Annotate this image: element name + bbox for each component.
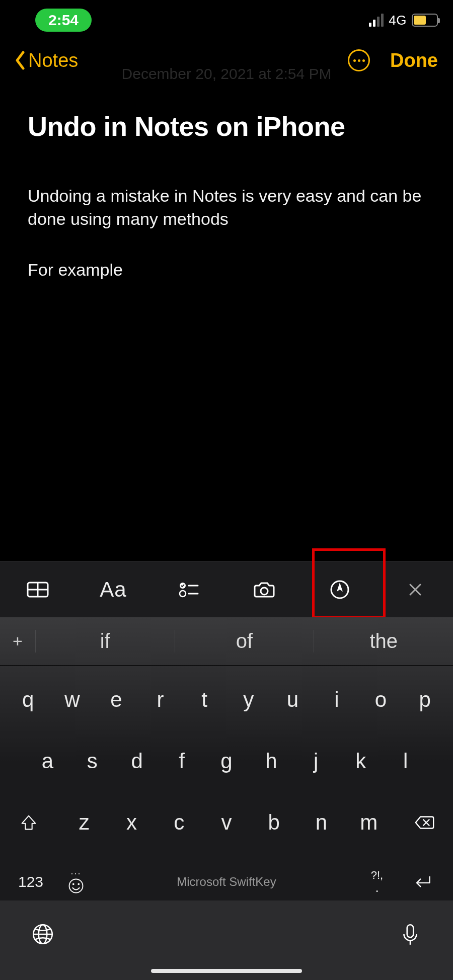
suggestion-bar: + if of the — [0, 617, 453, 666]
status-bar: 2:54 4G — [0, 0, 453, 40]
numbers-key[interactable]: 123 — [8, 873, 53, 890]
punct-symbols: ?!, — [371, 870, 383, 881]
key-q[interactable]: q — [6, 675, 50, 725]
key-r[interactable]: r — [138, 675, 183, 725]
text-style-label: Aa — [100, 578, 126, 602]
ellipsis-icon: ··· — [70, 869, 81, 876]
key-h[interactable]: h — [249, 736, 293, 786]
note-datetime: December 20, 2021 at 2:54 PM — [122, 65, 332, 83]
key-x[interactable]: x — [108, 797, 155, 848]
more-options-button[interactable] — [348, 49, 370, 71]
shift-key[interactable] — [6, 812, 51, 833]
key-row-2: a s d f g h j k l — [3, 736, 450, 786]
note-editor[interactable]: Undo in Notes on iPhone Undoing a mistak… — [0, 80, 453, 282]
text-style-button[interactable]: Aa — [76, 561, 151, 617]
camera-icon — [252, 578, 276, 602]
done-button[interactable]: Done — [390, 50, 438, 71]
key-b[interactable]: b — [250, 797, 297, 848]
key-row-bottom: 123 ··· Microsoft SwiftKey ?!, . — [3, 859, 450, 900]
dictation-key[interactable] — [398, 922, 423, 949]
close-icon — [403, 578, 427, 602]
key-u[interactable]: u — [271, 675, 315, 725]
svg-point-14 — [72, 883, 74, 885]
key-c[interactable]: c — [156, 797, 203, 848]
key-j[interactable]: j — [293, 736, 338, 786]
checklist-button[interactable] — [151, 561, 226, 617]
shift-icon — [19, 812, 39, 833]
note-toolbar: Aa — [0, 561, 453, 617]
cellular-signal-icon — [369, 14, 384, 27]
table-button[interactable] — [0, 561, 76, 617]
time-pill[interactable]: 2:54 — [35, 9, 92, 32]
close-toolbar-button[interactable] — [378, 561, 453, 617]
backspace-icon — [413, 811, 436, 834]
key-g[interactable]: g — [204, 736, 249, 786]
svg-rect-19 — [407, 925, 414, 937]
svg-point-15 — [78, 883, 80, 885]
key-p[interactable]: p — [403, 675, 447, 725]
back-button[interactable]: Notes — [15, 50, 78, 71]
emoji-key[interactable]: ··· — [53, 869, 99, 895]
emoji-icon — [67, 877, 85, 895]
key-v[interactable]: v — [203, 797, 250, 848]
return-icon — [411, 871, 433, 893]
key-n[interactable]: n — [297, 797, 345, 848]
note-paragraph-2[interactable]: For example — [28, 259, 425, 282]
suggestion-2[interactable]: of — [175, 630, 314, 652]
home-indicator[interactable] — [151, 969, 302, 973]
key-y[interactable]: y — [226, 675, 271, 725]
key-i[interactable]: i — [315, 675, 359, 725]
network-type-label: 4G — [389, 13, 407, 28]
key-a[interactable]: a — [25, 736, 70, 786]
markup-pen-icon — [328, 578, 352, 602]
camera-button[interactable] — [226, 561, 302, 617]
svg-point-7 — [261, 588, 268, 595]
suggestion-plus-button[interactable]: + — [0, 631, 35, 651]
globe-key[interactable] — [30, 922, 55, 949]
note-paragraph-1[interactable]: Undoing a mistake in Notes is very easy … — [28, 185, 425, 231]
backspace-key[interactable] — [402, 811, 447, 834]
microphone-icon — [398, 922, 423, 947]
keyboard-bottom-bar — [0, 901, 453, 980]
key-row-3: z x c v b n m — [3, 797, 450, 848]
key-s[interactable]: s — [70, 736, 115, 786]
suggestion-3[interactable]: the — [314, 630, 453, 652]
svg-point-5 — [180, 591, 186, 597]
table-icon — [26, 578, 50, 602]
key-d[interactable]: d — [115, 736, 160, 786]
globe-icon — [30, 922, 55, 947]
key-t[interactable]: t — [182, 675, 226, 725]
key-k[interactable]: k — [338, 736, 383, 786]
key-m[interactable]: m — [345, 797, 393, 848]
battery-icon — [412, 14, 438, 27]
key-o[interactable]: o — [359, 675, 403, 725]
return-key[interactable] — [400, 871, 445, 893]
punctuation-key[interactable]: ?!, . — [354, 870, 400, 894]
key-row-1: q w e r t y u i o p — [3, 675, 450, 725]
suggestion-1[interactable]: if — [35, 630, 175, 652]
back-label: Notes — [28, 50, 78, 71]
punct-dot: . — [375, 881, 379, 894]
note-title[interactable]: Undo in Notes on iPhone — [28, 111, 425, 142]
keyboard: + if of the q w e r t y u i o p a s d — [0, 617, 453, 980]
navigation-bar: Notes December 20, 2021 at 2:54 PM Done — [0, 40, 453, 80]
svg-point-13 — [69, 879, 83, 893]
checklist-icon — [177, 578, 201, 602]
key-w[interactable]: w — [50, 675, 95, 725]
keyboard-brand-label[interactable]: Microsoft SwiftKey — [99, 875, 354, 889]
key-z[interactable]: z — [60, 797, 108, 848]
key-l[interactable]: l — [383, 736, 428, 786]
key-f[interactable]: f — [160, 736, 204, 786]
chevron-left-icon — [15, 50, 25, 70]
key-e[interactable]: e — [94, 675, 138, 725]
markup-button[interactable] — [302, 561, 378, 617]
